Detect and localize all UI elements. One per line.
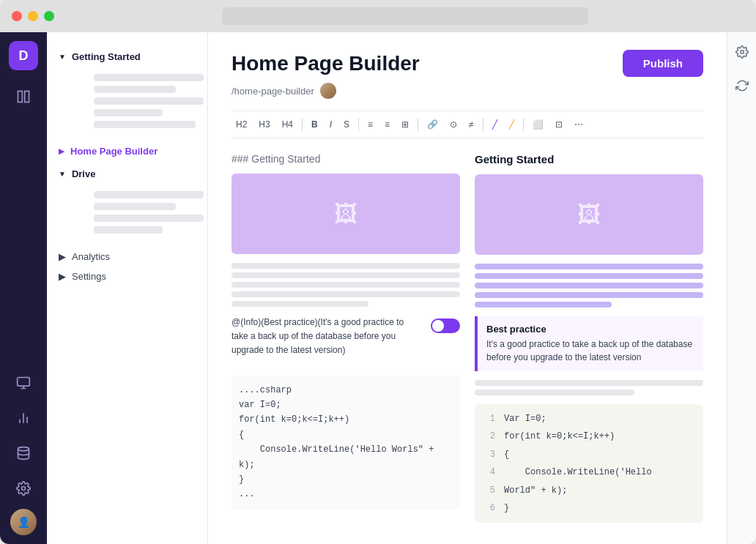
- nav-item-home-page-builder[interactable]: ▶ Home Page Builder: [47, 141, 207, 161]
- toolbar-embed[interactable]: ⊡: [551, 117, 567, 132]
- toolbar-strikethrough[interactable]: S: [339, 117, 354, 132]
- toolbar-italic[interactable]: I: [325, 117, 336, 132]
- toolbar-h3[interactable]: H3: [254, 117, 274, 132]
- skeleton-line: [475, 264, 703, 269]
- skeleton-line: [475, 283, 703, 288]
- nav-item-settings[interactable]: ▶ Settings: [47, 267, 207, 286]
- toolbar-media[interactable]: ⬜: [528, 117, 548, 132]
- maximize-button[interactable]: [44, 11, 54, 21]
- toolbar-separator: [483, 118, 483, 131]
- nav-section-drive: ▼ Drive: [47, 161, 207, 247]
- logo-text: D: [19, 48, 29, 64]
- code-line-5: Console.WriteLine('Hello Worls" + k);: [239, 442, 453, 472]
- toolbar-h4[interactable]: H4: [278, 117, 297, 132]
- code-preview-line: 3 {: [475, 446, 703, 463]
- icon-sidebar: D 👤: [0, 32, 47, 544]
- info-raw-text: @(Info)(Best practice)(It's a good pract…: [231, 316, 419, 358]
- toolbar-image[interactable]: ⊙: [445, 117, 462, 132]
- skeleton-line: [475, 273, 703, 279]
- toggle-switch[interactable]: [431, 318, 460, 333]
- toolbar-color1[interactable]: ╱: [488, 117, 502, 132]
- info-raw-row: @(Info)(Best practice)(It's a good pract…: [231, 316, 460, 367]
- arrow-icon: ▶: [59, 147, 64, 155]
- nav-section-getting-started: ▼ Getting Started: [47, 44, 207, 141]
- toolbar-more[interactable]: ⋯: [570, 117, 588, 132]
- code-preview-line: 4 Console.WriteLine('Hello: [475, 463, 703, 481]
- editor-right: Getting Started 🖼 B: [475, 153, 703, 523]
- editor-left: ### Getting Started 🖼: [231, 153, 460, 523]
- minimize-button[interactable]: [28, 11, 38, 21]
- nav-skeleton: [94, 215, 204, 222]
- info-preview-box: Best practice It's a good practice to ta…: [475, 316, 703, 371]
- toolbar-h2[interactable]: H2: [231, 117, 251, 132]
- right-panel: [727, 32, 756, 544]
- right-panel-refresh-button[interactable]: [731, 75, 753, 97]
- code-preview-line: 1 Var I=0;: [475, 410, 703, 428]
- chart-icon-btn[interactable]: [9, 403, 38, 433]
- publish-button[interactable]: Publish: [623, 50, 703, 77]
- image-placeholder-right: 🖼: [475, 174, 703, 255]
- logo[interactable]: D: [9, 41, 38, 70]
- svg-rect-2: [18, 378, 30, 387]
- nav-skeleton: [94, 191, 204, 198]
- skeleton-line: [231, 263, 460, 269]
- nav-skeleton: [94, 86, 176, 93]
- svg-point-9: [22, 487, 26, 491]
- toolbar-bold[interactable]: B: [307, 117, 322, 132]
- svg-rect-1: [25, 92, 29, 103]
- toolbar-table[interactable]: ⊞: [397, 117, 413, 132]
- image-placeholder-left: 🖼: [231, 174, 460, 254]
- url-bar[interactable]: [222, 7, 588, 25]
- app-window: D 👤 ▼: [0, 0, 756, 544]
- skeleton-line: [231, 282, 460, 288]
- code-line-3: for(int k=0;k<=I;k++): [239, 412, 453, 427]
- image-icon: 🖼: [577, 201, 601, 228]
- skeleton-line: [475, 292, 703, 298]
- svg-point-8: [18, 447, 29, 451]
- toolbar-link[interactable]: 🔗: [423, 117, 442, 132]
- nav-sub-getting-started: [47, 67, 207, 138]
- editor-split: ### Getting Started 🖼: [231, 153, 703, 523]
- code-preview-line: 5 World" + k);: [475, 482, 703, 499]
- nav-skeleton: [94, 203, 176, 210]
- toolbar-code[interactable]: ≠: [464, 117, 478, 132]
- skeleton-line: [475, 390, 634, 395]
- skeleton-line: [475, 302, 612, 308]
- code-line-7: ...: [239, 487, 453, 502]
- nav-sidebar: ▼ Getting Started ▶ Home Page Builder: [47, 32, 208, 544]
- arrow-icon: ▶: [59, 271, 66, 282]
- nav-skeleton: [94, 109, 163, 116]
- right-panel-gear-button[interactable]: [731, 41, 753, 63]
- close-button[interactable]: [12, 11, 22, 21]
- info-preview-body: It's a good practice to take a back up o…: [486, 338, 694, 364]
- arrow-icon: ▼: [59, 53, 66, 61]
- toolbar-color2[interactable]: ╱: [505, 117, 519, 132]
- skeleton-lines-right: [475, 264, 703, 308]
- nav-item-getting-started[interactable]: ▼ Getting Started: [47, 47, 207, 67]
- arrow-icon: ▶: [59, 251, 66, 262]
- skeleton-line: [231, 291, 460, 297]
- settings-icon-btn[interactable]: [9, 474, 38, 503]
- toolbar-separator: [418, 118, 418, 131]
- nav-skeleton: [94, 226, 163, 234]
- code-raw: ....csharp var I=0; for(int k=0;k<=I;k++…: [231, 376, 460, 510]
- library-icon-btn[interactable]: [9, 82, 38, 111]
- nav-item-drive[interactable]: ▼ Drive: [47, 164, 207, 184]
- toolbar-separator: [302, 118, 303, 131]
- nav-item-analytics[interactable]: ▶ Analytics: [47, 247, 207, 267]
- main-content: Home Page Builder Publish /home-page-bui…: [208, 32, 727, 544]
- page-title: Home Page Builder: [231, 52, 420, 75]
- database-icon-btn[interactable]: [9, 439, 38, 468]
- nav-skeleton: [94, 74, 204, 81]
- titlebar: [0, 0, 756, 32]
- svg-rect-0: [18, 92, 23, 103]
- toolbar-ul[interactable]: ≡: [363, 117, 377, 132]
- toolbar-ol[interactable]: ≡: [380, 117, 394, 132]
- code-preview: 1 Var I=0; 2 for(int k=0;k<=I;k++) 3 {: [475, 404, 703, 523]
- arrow-icon: ▼: [59, 170, 66, 178]
- code-preview-line: 6 }: [475, 499, 703, 517]
- info-preview-title: Best practice: [486, 324, 694, 335]
- image-icon: 🖼: [334, 201, 357, 228]
- avatar[interactable]: 👤: [10, 509, 37, 535]
- monitor-icon-btn[interactable]: [9, 368, 38, 398]
